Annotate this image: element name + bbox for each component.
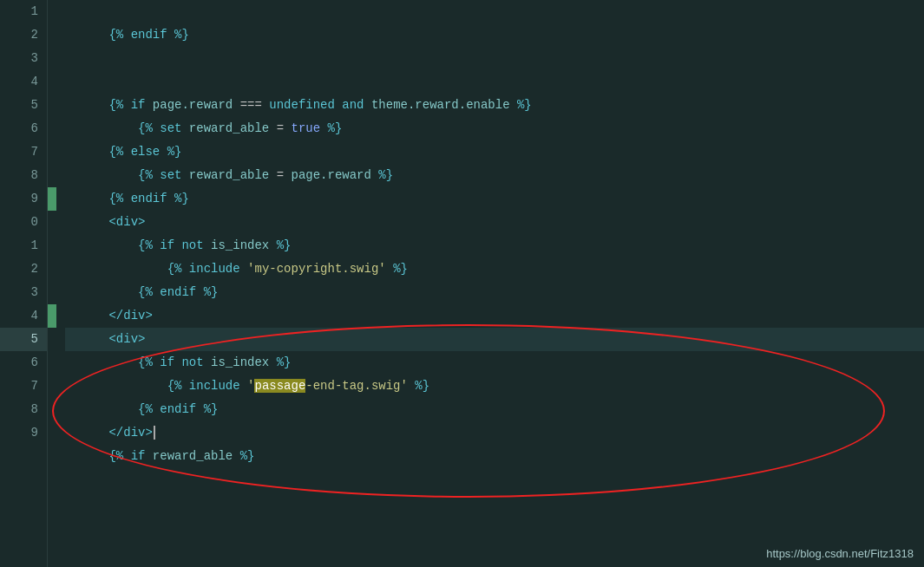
- gutter-8: [48, 164, 56, 187]
- line-num-12: 2: [0, 257, 47, 281]
- code-line-14: <div>: [65, 304, 924, 328]
- gutter-7: [48, 140, 56, 164]
- gutter-15: [48, 328, 56, 351]
- line-num-11: 1: [0, 234, 47, 257]
- line-num-2: 2: [0, 23, 47, 47]
- gutter-3: [48, 47, 56, 70]
- line-num-6: 6: [0, 117, 47, 140]
- line-num-9: 9: [0, 187, 47, 211]
- line-numbers: 1 2 3 4 5 6 7 8 9 0 1 2 3 4 5 6 7 8 9: [0, 0, 48, 567]
- gutter-10: [48, 211, 56, 234]
- gutter-1: [48, 0, 56, 23]
- editor-container: 1 2 3 4 5 6 7 8 9 0 1 2 3 4 5 6 7 8 9: [0, 0, 924, 567]
- line-num-7: 7: [0, 140, 47, 164]
- gutter-14: [48, 304, 56, 328]
- code-line-19: {% if reward_able %}: [65, 421, 924, 445]
- gutter-18: [48, 398, 56, 421]
- line-num-17: 7: [0, 375, 47, 398]
- highlight-passage: passage: [254, 379, 305, 393]
- code-line-4: {% if page.reward === undefined and them…: [65, 70, 924, 94]
- cursor: [154, 426, 155, 440]
- gutter-11: [48, 234, 56, 257]
- code-line-1: {% endif %}: [65, 0, 924, 23]
- gutter-19: [48, 421, 56, 445]
- gutter-16: [48, 351, 56, 375]
- gutter-12: [48, 257, 56, 281]
- line-num-8: 8: [0, 164, 47, 187]
- line-num-16: 6: [0, 351, 47, 375]
- tag-open-1: {%: [108, 28, 123, 42]
- code-line-9: <div>: [65, 187, 924, 211]
- line-num-14: 4: [0, 304, 47, 328]
- kw-1: endif: [123, 28, 174, 42]
- code-line-2: [65, 23, 924, 47]
- code-line-10: {% if not is_index %}: [65, 211, 924, 234]
- line-num-1: 1: [0, 0, 47, 23]
- gutter-6: [48, 117, 56, 140]
- line-num-19: 9: [0, 421, 47, 445]
- gutter-17: [48, 375, 56, 398]
- line-num-18: 8: [0, 398, 47, 421]
- line-num-10: 0: [0, 211, 47, 234]
- tag-close-1: %}: [174, 28, 189, 42]
- code-line-3: [65, 47, 924, 70]
- code-line-7: {% set reward_able = page.reward %}: [65, 140, 924, 164]
- gutter-13: [48, 281, 56, 304]
- gutter-5: [48, 94, 56, 117]
- line-num-15: 5: [0, 328, 47, 351]
- line-num-4: 4: [0, 70, 47, 94]
- code-line-15: {% if not is_index %}: [65, 328, 924, 351]
- code-area[interactable]: {% endif %} {% if page.reward === undefi…: [56, 0, 924, 567]
- watermark: https://blog.csdn.net/Fitz1318: [766, 547, 914, 560]
- line-num-13: 3: [0, 281, 47, 304]
- line-num-5: 5: [0, 94, 47, 117]
- gutter-9: [48, 187, 56, 211]
- gutter-2: [48, 23, 56, 47]
- line-num-3: 3: [0, 47, 47, 70]
- gutter: [48, 0, 56, 567]
- gutter-4: [48, 70, 56, 94]
